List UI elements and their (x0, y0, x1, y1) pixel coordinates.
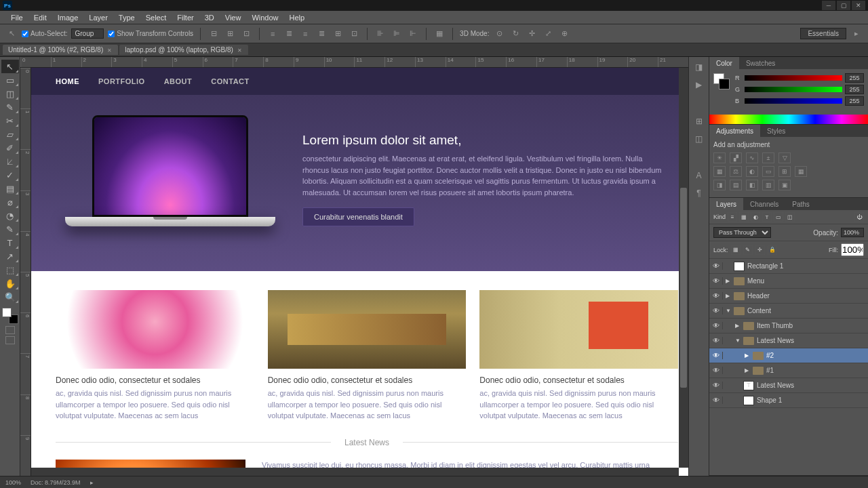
maximize-button[interactable]: ▢ (837, 1, 850, 10)
align-icon[interactable]: ⊡ (348, 28, 360, 40)
brush-icon[interactable]: ⊞ (693, 115, 705, 127)
expand-arrow-icon[interactable]: ▶ (735, 323, 741, 329)
close-button[interactable]: ✕ (852, 1, 865, 10)
expand-arrow-icon[interactable]: ▶ (745, 367, 750, 373)
adj-bw-icon[interactable]: ◐ (746, 166, 758, 177)
nav-link[interactable]: PORTFOLIO (98, 77, 145, 85)
align-icon[interactable]: ≣ (283, 28, 295, 40)
filter-text-icon[interactable]: T (762, 212, 772, 222)
color-swatches[interactable] (2, 308, 18, 324)
nav-link[interactable]: CONTACT (211, 77, 249, 85)
show-transform-checkbox[interactable]: Show Transform Controls (108, 30, 193, 37)
menu-filter[interactable]: Filter (172, 14, 199, 22)
tool-button[interactable]: ▤ (1, 182, 19, 195)
tool-button[interactable]: ⟀ (1, 155, 19, 168)
filter-smart-icon[interactable]: ◫ (785, 212, 795, 222)
3d-icon[interactable]: ⊕ (558, 28, 570, 40)
expand-arrow-icon[interactable]: ▶ (745, 352, 750, 359)
visibility-icon[interactable]: 👁 (709, 307, 723, 314)
align-icon[interactable]: ⊟ (208, 28, 220, 40)
tool-button[interactable]: ▭ (1, 73, 19, 87)
filter-adj-icon[interactable]: ◐ (751, 212, 760, 222)
adj-balance-icon[interactable]: ⚖ (730, 166, 742, 177)
filter-toggle[interactable]: ⏻ (854, 212, 864, 222)
tool-button[interactable]: ↖ (1, 60, 19, 73)
distribute-icon[interactable]: ⊪ (374, 28, 387, 40)
adj-photo-icon[interactable]: ▭ (762, 166, 774, 177)
screenmode-icon[interactable] (5, 336, 15, 344)
auto-select-dropdown[interactable]: Group (71, 28, 104, 39)
align-icon[interactable]: ≡ (267, 28, 279, 40)
layer-row[interactable]: 👁▶Header (709, 289, 868, 304)
visibility-icon[interactable]: 👁 (709, 337, 723, 344)
align-icon[interactable]: ⊞ (224, 28, 236, 40)
layer-row[interactable]: 👁▶#2 (709, 348, 868, 363)
workspace-switcher[interactable]: Essentials (800, 28, 846, 39)
close-icon[interactable]: ✕ (237, 47, 243, 53)
adj-threshold-icon[interactable]: ◧ (746, 180, 758, 190)
para-icon[interactable]: ¶ (693, 187, 705, 199)
lock-pixels-icon[interactable]: ✎ (743, 245, 753, 255)
color-swatch[interactable] (713, 73, 730, 89)
auto-align-icon[interactable]: ▦ (433, 28, 446, 40)
paths-tab[interactable]: Paths (785, 198, 816, 210)
color-slider[interactable] (745, 87, 842, 92)
zoom-level[interactable]: 100% (5, 479, 21, 486)
menu-view[interactable]: View (220, 14, 247, 22)
expand-arrow-icon[interactable]: ▶ (726, 278, 731, 284)
visibility-icon[interactable]: 👁 (709, 322, 723, 329)
menu-select[interactable]: Select (140, 14, 172, 22)
char-icon[interactable]: A (693, 169, 705, 182)
document-tab[interactable]: laptop.psd @ 100% (laptop, RGB/8)✕ (119, 45, 248, 55)
doc-info-arrow[interactable]: ▸ (90, 479, 94, 486)
adj-invert-icon[interactable]: ◨ (713, 180, 726, 190)
expand-arrow-icon[interactable]: ▶ (726, 293, 731, 299)
menu-edit[interactable]: Edit (28, 14, 52, 22)
layer-row[interactable]: 👁▼Content (709, 304, 868, 319)
workspace-menu-icon[interactable]: ▸ (850, 28, 863, 40)
auto-select-checkbox[interactable]: Auto-Select: (22, 30, 67, 37)
3d-icon[interactable]: ✢ (526, 28, 538, 40)
adj-lookup-icon[interactable]: ▦ (795, 166, 807, 177)
filter-dropdown[interactable]: ≡ (728, 212, 737, 222)
scrollbar-horizontal[interactable] (31, 468, 679, 476)
distribute-icon[interactable]: ⊩ (407, 28, 419, 40)
canvas[interactable]: HOMEPORTFOLIOABOUTCONTACT Lorem ipsum do… (31, 68, 688, 476)
visibility-icon[interactable]: 👁 (709, 277, 723, 285)
color-value-input[interactable] (845, 85, 864, 94)
clone-icon[interactable]: ◫ (693, 133, 705, 145)
tool-button[interactable]: ✎ (1, 222, 19, 236)
tool-button[interactable]: ⌀ (1, 195, 19, 209)
filter-shape-icon[interactable]: ▭ (774, 212, 783, 222)
quickmask-icon[interactable] (5, 326, 15, 334)
close-icon[interactable]: ✕ (107, 47, 113, 53)
layer-row[interactable]: 👁Rectangle 1 (709, 259, 868, 274)
adj-levels-icon[interactable]: ▞ (730, 152, 742, 163)
tool-button[interactable]: ✐ (1, 141, 19, 155)
actions-icon[interactable]: ▶ (693, 79, 705, 91)
layers-tab[interactable]: Layers (709, 198, 743, 210)
align-icon[interactable]: ≣ (315, 28, 328, 40)
menu-window[interactable]: Window (246, 14, 283, 22)
adj-curves-icon[interactable]: ∿ (746, 152, 758, 163)
align-icon[interactable]: ≡ (299, 28, 311, 40)
minimize-button[interactable]: ─ (822, 1, 835, 10)
menu-image[interactable]: Image (52, 14, 84, 22)
lock-position-icon[interactable]: ✢ (755, 245, 765, 255)
layer-row[interactable]: 👁▼Latest News (709, 333, 868, 348)
align-icon[interactable]: ⊡ (240, 28, 252, 40)
tool-button[interactable]: 🔍 (1, 290, 19, 304)
visibility-icon[interactable]: 👁 (709, 382, 723, 389)
filter-pixel-icon[interactable]: ▦ (739, 212, 749, 222)
expand-arrow-icon[interactable]: ▼ (735, 338, 741, 344)
history-icon[interactable]: ◨ (693, 61, 705, 73)
fill-input[interactable] (841, 243, 864, 256)
color-value-input[interactable] (845, 96, 864, 106)
tool-button[interactable]: ◫ (1, 87, 19, 100)
adj-posterize-icon[interactable]: ▤ (730, 180, 742, 190)
expand-arrow-icon[interactable]: ▼ (726, 308, 731, 314)
tool-button[interactable]: ✋ (1, 277, 19, 290)
distribute-icon[interactable]: ⊫ (391, 28, 403, 40)
color-slider[interactable] (745, 98, 842, 104)
layer-row[interactable]: 👁TLatest News (709, 378, 868, 393)
